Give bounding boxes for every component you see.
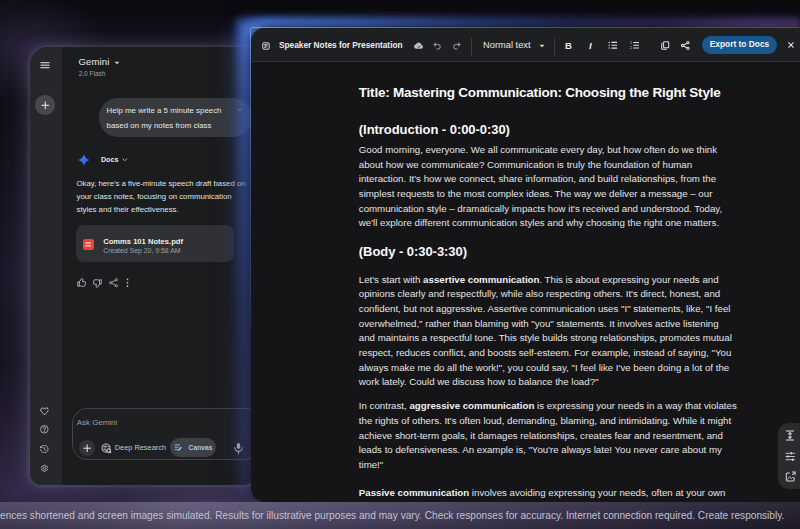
svg-text:2: 2 bbox=[630, 46, 632, 49]
svg-text:1: 1 bbox=[630, 41, 632, 45]
